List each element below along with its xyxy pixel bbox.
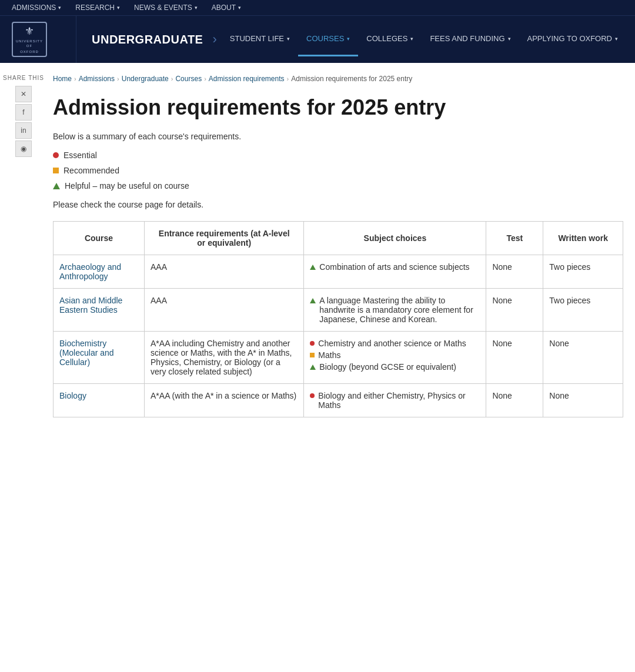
- cell-written-1: Two pieces: [543, 255, 623, 289]
- course-link-2[interactable]: Asian and Middle Eastern Studies: [59, 296, 122, 315]
- subject-line: Chemistry and another science or Maths: [310, 339, 480, 348]
- cell-test-1: None: [486, 255, 543, 289]
- logo-area[interactable]: ⚜ UNIVERSITY OF OXFORD: [12, 16, 76, 63]
- undergrad-title[interactable]: UNDERGRADUATE: [82, 21, 212, 58]
- chevron-down-icon: ▾: [615, 36, 618, 42]
- cell-subjects-2: A language Mastering the ability to hand…: [304, 289, 486, 332]
- cell-test-4: None: [486, 384, 543, 417]
- nav-courses[interactable]: COURSES ▾: [298, 22, 358, 56]
- check-text: Please check the course page for details…: [53, 200, 623, 209]
- breadcrumb-sep-3: ›: [171, 75, 173, 82]
- breadcrumb-sep-2: ›: [117, 75, 119, 82]
- content-wrapper: SHARE THIS ✕ f in ◉ Home › Admissions › …: [0, 63, 635, 441]
- course-link-4[interactable]: Biology: [59, 391, 86, 400]
- table-row: Biochemistry (Molecular and Cellular) A*…: [54, 332, 623, 384]
- courses-table: Course Entrance requirements (at A-level…: [53, 221, 623, 417]
- nav-items: STUDENT LIFE ▾ COURSES ▾ COLLEGES ▾ FEES…: [222, 22, 626, 56]
- chevron-right-icon: ›: [212, 32, 216, 47]
- nav-applying[interactable]: APPLYING TO OXFORD ▾: [519, 22, 626, 56]
- cell-course-2: Asian and Middle Eastern Studies: [54, 289, 145, 332]
- cell-subjects-4: Biology and either Chemistry, Physics or…: [304, 384, 486, 417]
- cell-test-2: None: [486, 289, 543, 332]
- header-nav: UNDERGRADUATE › STUDENT LIFE ▾ COURSES ▾…: [76, 21, 626, 58]
- course-link-1[interactable]: Archaeology and Anthropology: [59, 262, 121, 281]
- nav-student-life[interactable]: STUDENT LIFE ▾: [222, 22, 298, 56]
- top-nav-research[interactable]: RESEARCH ▾: [75, 4, 120, 12]
- chevron-down-icon: ▾: [347, 36, 350, 42]
- chevron-down-icon: ▾: [58, 5, 61, 11]
- subject-line: A language Mastering the ability to hand…: [310, 296, 480, 324]
- col-header-written: Written work: [543, 222, 623, 255]
- cell-written-4: None: [543, 384, 623, 417]
- cell-subjects-3: Chemistry and another science or Maths M…: [304, 332, 486, 384]
- facebook-icon[interactable]: f: [15, 104, 32, 121]
- linkedin-icon[interactable]: in: [15, 122, 32, 139]
- nav-colleges[interactable]: COLLEGES ▾: [358, 22, 422, 56]
- legend-helpful: Helpful – may be useful on course: [53, 181, 623, 190]
- breadcrumb-courses[interactable]: Courses: [175, 75, 202, 83]
- table-row: Archaeology and Anthropology AAA Combina…: [54, 255, 623, 289]
- essential-dot-icon: [310, 393, 315, 398]
- intro-text: Below is a summary of each course's requ…: [53, 132, 623, 141]
- breadcrumb-undergrad[interactable]: Undergraduate: [122, 75, 169, 83]
- table-row: Biology A*AA (with the A* in a science o…: [54, 384, 623, 417]
- col-header-entrance: Entrance requirements (at A-levelor equi…: [145, 222, 304, 255]
- reddit-icon[interactable]: ◉: [15, 141, 32, 157]
- subject-line: Biology and either Chemistry, Physics or…: [310, 391, 480, 410]
- chevron-down-icon: ▾: [410, 36, 413, 42]
- chevron-down-icon: ▾: [195, 5, 198, 11]
- helpful-triangle-icon: [310, 265, 316, 270]
- main-header: ⚜ UNIVERSITY OF OXFORD UNDERGRADUATE › S…: [0, 15, 635, 63]
- legend-recommended: Recommended: [53, 166, 623, 175]
- table-header-row: Course Entrance requirements (at A-level…: [54, 222, 623, 255]
- breadcrumb: Home › Admissions › Undergraduate › Cour…: [53, 75, 623, 83]
- recommended-square-icon: [53, 168, 59, 173]
- top-nav-news[interactable]: NEWS & EVENTS ▾: [134, 4, 198, 12]
- legend-list: Essential Recommended Helpful – may be u…: [53, 151, 623, 190]
- essential-dot-icon: [310, 341, 315, 346]
- top-nav-about[interactable]: ABOUT ▾: [212, 4, 241, 12]
- cell-course-4: Biology: [54, 384, 145, 417]
- breadcrumb-home[interactable]: Home: [53, 75, 72, 83]
- breadcrumb-sep-4: ›: [204, 75, 206, 82]
- chevron-down-icon: ▾: [117, 5, 120, 11]
- helpful-triangle-icon: [53, 183, 60, 189]
- breadcrumb-admissions[interactable]: Admissions: [79, 75, 115, 83]
- twitter-icon[interactable]: ✕: [15, 86, 32, 102]
- oxford-logo: ⚜ UNIVERSITY OF OXFORD: [12, 22, 47, 57]
- col-header-course: Course: [54, 222, 145, 255]
- page-title: Admission requirements for 2025 entry: [53, 95, 623, 120]
- cell-written-3: None: [543, 332, 623, 384]
- essential-dot-icon: [53, 152, 59, 158]
- share-label: SHARE THIS: [0, 75, 47, 81]
- col-header-test: Test: [486, 222, 543, 255]
- cell-subjects-1: Combination of arts and science subjects: [304, 255, 486, 289]
- cell-test-3: None: [486, 332, 543, 384]
- col-header-subjects: Subject choices: [304, 222, 486, 255]
- chevron-down-icon: ▾: [238, 5, 241, 11]
- cell-course-3: Biochemistry (Molecular and Cellular): [54, 332, 145, 384]
- cell-entrance-3: A*AA including Chemistry and another sci…: [145, 332, 304, 384]
- nav-fees[interactable]: FEES AND FUNDING ▾: [422, 22, 519, 56]
- top-navigation: ADMISSIONS ▾ RESEARCH ▾ NEWS & EVENTS ▾ …: [0, 0, 635, 15]
- main-content: Home › Admissions › Undergraduate › Cour…: [47, 75, 635, 441]
- breadcrumb-current: Admission requirements for 2025 entry: [291, 75, 412, 83]
- subject-line: Maths: [310, 350, 480, 360]
- cell-entrance-4: A*AA (with the A* in a science or Maths): [145, 384, 304, 417]
- share-sidebar: SHARE THIS ✕ f in ◉: [0, 75, 47, 441]
- breadcrumb-admission-req[interactable]: Admission requirements: [209, 75, 285, 83]
- breadcrumb-sep-5: ›: [287, 75, 289, 82]
- chevron-down-icon: ▾: [287, 36, 290, 42]
- legend-essential: Essential: [53, 151, 623, 160]
- breadcrumb-sep-1: ›: [74, 75, 76, 82]
- cell-written-2: Two pieces: [543, 289, 623, 332]
- cell-course-1: Archaeology and Anthropology: [54, 255, 145, 289]
- course-link-3[interactable]: Biochemistry (Molecular and Cellular): [59, 339, 114, 367]
- recommended-square-icon: [310, 353, 315, 357]
- helpful-triangle-icon: [310, 298, 316, 303]
- subject-line: Biology (beyond GCSE or equivalent): [310, 362, 480, 372]
- top-nav-admissions[interactable]: ADMISSIONS ▾: [12, 4, 61, 12]
- cell-entrance-2: AAA: [145, 289, 304, 332]
- helpful-triangle-icon: [310, 365, 316, 370]
- chevron-down-icon: ▾: [508, 36, 511, 42]
